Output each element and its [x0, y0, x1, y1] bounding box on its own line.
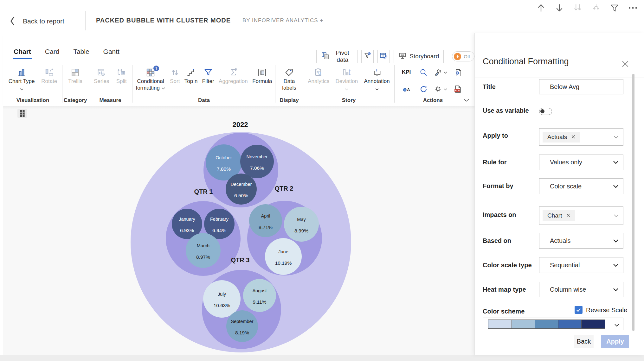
- top-n-icon: [186, 67, 196, 78]
- apply-to-chip: Actuals: [543, 132, 580, 142]
- bubble-july[interactable]: [203, 280, 241, 318]
- bubble-value: 7.06%: [250, 165, 264, 171]
- bubble-label: February: [210, 217, 229, 222]
- bubble-november[interactable]: [240, 145, 274, 178]
- color-swatch: [535, 320, 558, 329]
- action-reset[interactable]: [419, 85, 428, 93]
- based-on-select[interactable]: Actuals: [539, 233, 623, 249]
- reverse-scale-checkbox[interactable]: [575, 306, 583, 314]
- action-kpi[interactable]: KPI: [402, 69, 411, 76]
- back-button[interactable]: Back to report: [10, 16, 64, 26]
- heat-map-type-select[interactable]: Column wise: [539, 282, 623, 297]
- format-by-value: Color scale: [539, 183, 582, 190]
- bubble-label: March: [197, 243, 209, 248]
- ribbon-group-display: DatalabelsDisplay: [275, 63, 303, 106]
- bubble-august[interactable]: [243, 279, 276, 312]
- ai-toggle[interactable]: Off: [452, 51, 474, 61]
- use-as-variable-toggle[interactable]: [539, 108, 552, 115]
- title-label: Title: [483, 83, 496, 91]
- back-label: Back to report: [23, 17, 64, 25]
- action-zoom[interactable]: [419, 68, 428, 77]
- impacts-on-select[interactable]: Chart: [539, 206, 623, 225]
- chart-year-title: 2022: [233, 121, 248, 129]
- impacts-on-chip-label: Chart: [547, 212, 562, 219]
- bubble-label: January: [179, 217, 195, 222]
- action-export-pdf[interactable]: PDF: [454, 85, 462, 93]
- collapse-ribbon-icon[interactable]: [463, 98, 469, 103]
- group-label: Display: [275, 97, 303, 106]
- bubble-march[interactable]: [186, 233, 221, 268]
- rule-for-select[interactable]: Values only: [539, 155, 623, 170]
- tab-table[interactable]: Table: [73, 48, 89, 59]
- group-label: Measure: [88, 97, 132, 106]
- filter-badge-button[interactable]: [361, 50, 374, 63]
- packed-bubble-chart[interactable]: 2022QTR 1QTR 2QTR 3January6.93%February6…: [3, 106, 474, 355]
- funnel-badge-icon: [363, 52, 372, 61]
- bubble-september[interactable]: [226, 310, 258, 342]
- remove-chip-icon[interactable]: [566, 212, 570, 219]
- action-format-painter[interactable]: [434, 68, 448, 77]
- bubble-label: October: [216, 155, 232, 160]
- bubble-value: 8.19%: [235, 330, 249, 335]
- more-options-icon[interactable]: [627, 2, 639, 14]
- ribbon-item-chart-type[interactable]: Chart Type: [7, 67, 36, 92]
- ribbon-item-top-n[interactable]: Top n: [183, 67, 199, 85]
- color-scale-type-select[interactable]: Sequential: [539, 257, 623, 273]
- ribbon-item-annotation[interactable]: Annotation: [363, 67, 391, 92]
- move-up-icon[interactable]: [535, 2, 547, 14]
- color-scheme-label: Color scheme: [483, 308, 525, 315]
- ribbon-item-series: Series: [93, 67, 110, 85]
- close-icon[interactable]: [621, 60, 629, 69]
- back-chevron-icon: [10, 16, 16, 26]
- chevron-down-icon: [614, 322, 619, 328]
- action-highlight[interactable]: A: [402, 85, 411, 93]
- format-by-select[interactable]: Color scale: [539, 178, 623, 194]
- chevron-down-icon: [614, 214, 619, 217]
- series-icon: [97, 67, 106, 78]
- bubble-value: 8.99%: [294, 228, 308, 233]
- bubble-value: 6.94%: [212, 228, 226, 233]
- ribbon-item-data-labels[interactable]: Datalabels: [281, 67, 297, 91]
- ribbon-item-filter[interactable]: Filter: [201, 67, 216, 85]
- apply-button[interactable]: Apply: [601, 335, 629, 348]
- bubble-april[interactable]: [249, 204, 282, 237]
- ai-toggle-label: Off: [464, 54, 470, 59]
- tab-card[interactable]: Card: [45, 48, 60, 59]
- storyboard-button[interactable]: Storyboard: [394, 50, 444, 63]
- visual-byline: BY INFORIVER ANALYTICS +: [242, 17, 323, 24]
- group-label: Data: [132, 97, 275, 106]
- move-down-icon[interactable]: [553, 2, 565, 14]
- bubble-june[interactable]: [265, 238, 302, 275]
- color-scheme-select[interactable]: [483, 318, 623, 330]
- back-button-panel[interactable]: Back: [574, 335, 594, 348]
- bubble-value: 7.80%: [217, 166, 231, 172]
- ribbon-item-formula[interactable]: Formula: [251, 67, 273, 85]
- ribbon-group-story: AnalyticsDeviationAnnotationStory: [303, 63, 395, 106]
- filter-icon: [203, 67, 213, 78]
- apply-to-select[interactable]: Actuals: [539, 128, 623, 146]
- color-scale-type-label: Color scale type: [483, 262, 532, 269]
- ribbon-item-conditional-formatting[interactable]: 1Conditionalformatting: [134, 67, 166, 91]
- based-on-label: Based on: [483, 237, 511, 244]
- ribbon-tabs: ChartCardTableGantt: [14, 48, 119, 59]
- group-label: Visualization: [3, 97, 62, 106]
- bubble-may[interactable]: [284, 207, 319, 242]
- tab-gantt[interactable]: Gantt: [103, 48, 119, 59]
- action-manage-settings-doc[interactable]: [454, 68, 462, 77]
- ribbon-toolbar: Chart TypeRotateVisualizationTrellisCate…: [3, 63, 474, 106]
- bubble-value: 9.11%: [253, 299, 267, 305]
- title-input[interactable]: [539, 79, 623, 94]
- group-label: Story: [303, 97, 395, 106]
- panel-scrollbar[interactable]: [632, 74, 634, 331]
- heat-map-type-label: Heat map type: [483, 286, 526, 293]
- quarter-label-qtr-2: QTR 2: [275, 185, 293, 192]
- remove-chip-icon[interactable]: [571, 134, 576, 141]
- pivot-data-button[interactable]: Pivot data: [316, 50, 357, 63]
- bubble-december[interactable]: [226, 174, 257, 205]
- action-settings[interactable]: [434, 85, 448, 93]
- group-label: Actions: [395, 97, 471, 106]
- edit-data-button[interactable]: [377, 50, 390, 63]
- tab-chart[interactable]: Chart: [14, 48, 31, 59]
- badge: 1: [153, 65, 160, 72]
- filter-icon[interactable]: [609, 2, 621, 14]
